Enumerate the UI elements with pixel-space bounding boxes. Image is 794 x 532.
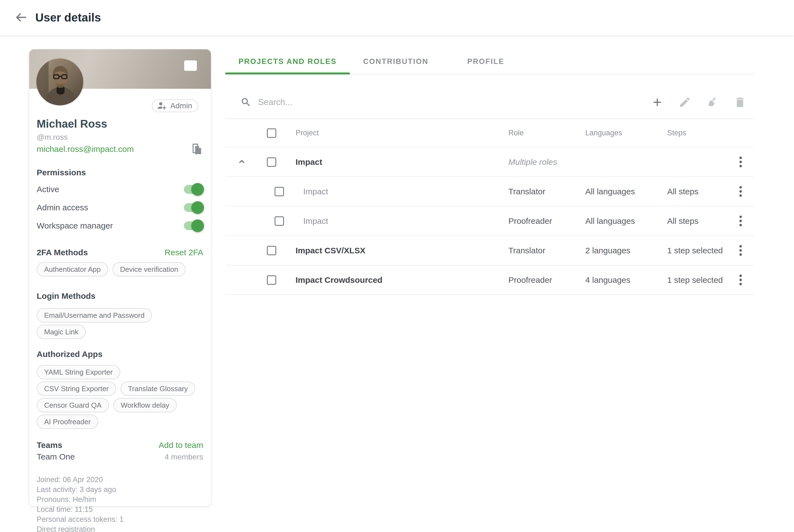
meta-registration: Direct registration — [37, 524, 203, 532]
add-to-team-link[interactable]: Add to team — [158, 440, 203, 450]
tab-bar: PROJECTS AND ROLES CONTRIBUTION PROFILE — [225, 49, 754, 74]
twofa-chip: Authenticator App — [37, 262, 108, 277]
copy-email-button[interactable] — [191, 143, 203, 155]
row-checkbox[interactable] — [267, 276, 276, 285]
twofa-chips: Authenticator App Device verification — [37, 262, 203, 277]
role-value: Translator — [508, 187, 585, 196]
delete-button[interactable] — [733, 96, 746, 109]
user-email-link[interactable]: michael.ross@impact.com — [37, 145, 134, 154]
languages-value: All languages — [585, 187, 667, 196]
tab-contribution[interactable]: CONTRIBUTION — [350, 49, 442, 74]
row-checkbox[interactable] — [267, 246, 276, 255]
row-menu-button[interactable] — [734, 155, 747, 169]
tab-projects-and-roles[interactable]: PROJECTS AND ROLES — [225, 49, 350, 74]
role-value: Proofreader — [508, 216, 585, 226]
tab-profile[interactable]: PROFILE — [442, 49, 530, 74]
authorized-app-chip: Translate Glossary — [120, 381, 195, 396]
languages-value: 2 languages — [585, 246, 667, 255]
permission-row-active: Active — [37, 182, 203, 197]
row-menu-button[interactable] — [734, 244, 747, 257]
role-value: Proofreader — [508, 276, 585, 285]
role-value: Translator — [508, 246, 585, 255]
envelope-icon — [184, 60, 197, 71]
active-toggle[interactable] — [184, 185, 203, 194]
search-input[interactable] — [258, 97, 651, 107]
avatar — [36, 58, 83, 105]
permissions-heading: Permissions — [37, 167, 203, 178]
user-details-page: User details — [0, 0, 794, 532]
languages-value: All languages — [585, 216, 667, 226]
row-checkbox[interactable] — [267, 157, 276, 167]
role-value: Multiple roles — [508, 157, 585, 167]
user-username: @m.ross — [37, 133, 203, 142]
steps-value: All steps — [667, 216, 732, 226]
admin-access-toggle[interactable] — [184, 203, 203, 212]
copy-icon — [192, 143, 203, 155]
workspace-manager-toggle[interactable] — [184, 221, 203, 230]
table-row: Impact Translator All languages All step… — [225, 177, 754, 207]
table-row: Impact CSV/XLSX Translator 2 languages 1… — [225, 236, 754, 265]
authorized-app-chip: Censor Guard QA — [37, 398, 109, 412]
meta-access-tokens: Personal access tokens: 1 — [37, 514, 203, 524]
authorized-app-chips: YAML String Exporter CSV String Exporter… — [37, 365, 203, 429]
send-email-button[interactable] — [184, 60, 197, 71]
edit-button[interactable] — [678, 96, 692, 109]
table-toolbar — [225, 86, 754, 119]
manage-accounts-icon — [157, 101, 168, 111]
meta-joined: Joined: 06 Apr 2020 — [37, 475, 203, 484]
login-methods-heading: Login Methods — [37, 291, 203, 301]
column-header-languages: Languages — [585, 129, 667, 137]
row-menu-button[interactable] — [734, 185, 747, 198]
pencil-icon — [679, 96, 691, 109]
meta-local-time: Local time: 11:15 — [37, 505, 203, 514]
teams-heading: Teams — [37, 440, 62, 451]
add-button[interactable] — [651, 96, 664, 109]
authorized-apps-heading: Authorized Apps — [37, 349, 203, 359]
page-title: User details — [35, 11, 101, 24]
search-icon — [240, 97, 251, 108]
column-header-role: Role — [508, 129, 585, 137]
row-checkbox[interactable] — [275, 187, 284, 196]
meta-last-activity: Last activity: 3 days ago — [37, 484, 203, 495]
trash-icon — [734, 96, 746, 109]
admin-badge: Admin — [152, 99, 198, 112]
meta-pronouns: Pronouns: He/him — [37, 495, 203, 505]
table-row: Impact Crowdsourced Proofreader 4 langua… — [225, 265, 754, 295]
login-method-chip: Email/Username and Password — [37, 308, 152, 323]
back-button[interactable] — [13, 10, 29, 25]
team-row: Team One 4 members — [37, 452, 203, 461]
table-header: Project Role Languages Steps — [225, 119, 754, 148]
user-profile-card: Admin Michael Ross @m.ross michael.ross@… — [29, 49, 211, 506]
authorized-app-chip: YAML String Exporter — [37, 365, 120, 379]
permission-row-workspace-manager: Workspace manager — [37, 218, 203, 233]
languages-value: 4 languages — [585, 276, 667, 285]
authorized-app-chip: CSV String Exporter — [37, 381, 116, 396]
table-row: Impact Multiple roles — [225, 148, 754, 177]
project-name: Impact CSV/XLSX — [296, 246, 508, 255]
admin-badge-label: Admin — [170, 101, 192, 110]
column-header-project: Project — [296, 129, 508, 137]
reset-2fa-link[interactable]: Reset 2FA — [165, 248, 203, 257]
select-all-checkbox[interactable] — [267, 129, 276, 138]
table-row: Impact Proofreader All languages All ste… — [225, 207, 754, 236]
team-member-count: 4 members — [165, 453, 203, 461]
collapse-row-button[interactable] — [236, 156, 248, 168]
steps-value: 1 step selected — [667, 276, 732, 285]
clean-button[interactable] — [706, 96, 719, 109]
arrow-left-icon — [14, 10, 28, 24]
chevron-up-icon — [237, 156, 247, 167]
column-header-steps: Steps — [667, 129, 732, 137]
twofa-heading: 2FA Methods — [37, 247, 88, 258]
authorized-app-chip: AI Proofreader — [37, 415, 98, 429]
row-menu-button[interactable] — [734, 214, 747, 228]
row-menu-button[interactable] — [734, 273, 747, 287]
project-name: Impact — [296, 187, 508, 196]
steps-value: All steps — [667, 187, 732, 196]
row-checkbox[interactable] — [275, 216, 284, 226]
project-name: Impact Crowdsourced — [296, 276, 508, 285]
plus-icon — [651, 96, 664, 109]
project-name: Impact — [296, 216, 508, 226]
twofa-chip: Device verification — [113, 262, 186, 277]
steps-value: 1 step selected — [667, 246, 732, 255]
user-meta: Joined: 06 Apr 2020 Last activity: 3 day… — [37, 475, 203, 532]
